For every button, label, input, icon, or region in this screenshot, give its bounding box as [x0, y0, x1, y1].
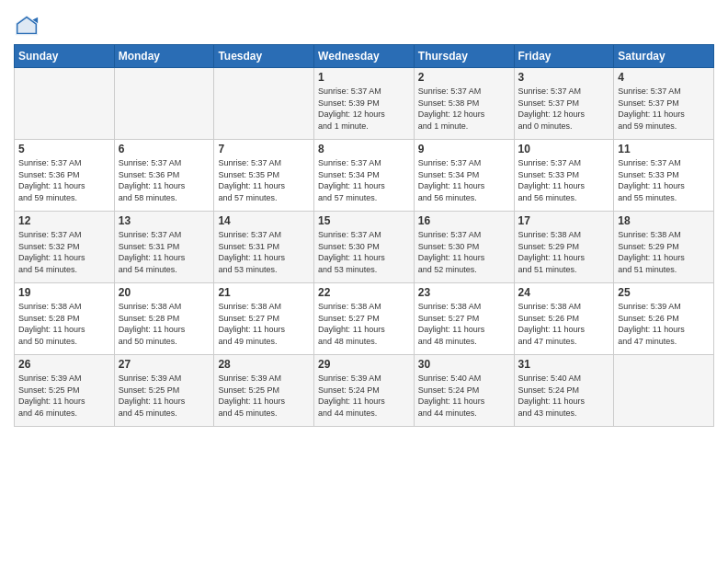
calendar-cell: 17Sunrise: 5:38 AM Sunset: 5:29 PM Dayli… [514, 212, 614, 283]
day-number: 8 [318, 143, 410, 155]
day-number: 23 [418, 286, 510, 299]
weekday-header-cell: Tuesday [214, 45, 314, 68]
calendar-cell: 12Sunrise: 5:37 AM Sunset: 5:32 PM Dayli… [15, 212, 115, 283]
calendar-cell: 13Sunrise: 5:37 AM Sunset: 5:31 PM Dayli… [114, 212, 214, 283]
calendar-table: SundayMondayTuesdayWednesdayThursdayFrid… [14, 44, 714, 427]
day-info: Sunrise: 5:38 AM Sunset: 5:27 PM Dayligh… [218, 301, 310, 347]
day-number: 12 [18, 214, 110, 227]
day-info: Sunrise: 5:38 AM Sunset: 5:27 PM Dayligh… [418, 301, 510, 347]
weekday-header-cell: Sunday [15, 45, 115, 68]
weekday-header-cell: Thursday [414, 45, 514, 68]
day-number: 28 [218, 358, 310, 371]
day-info: Sunrise: 5:37 AM Sunset: 5:38 PM Dayligh… [418, 86, 510, 132]
day-info: Sunrise: 5:39 AM Sunset: 5:25 PM Dayligh… [119, 373, 210, 419]
logo [14, 13, 43, 39]
day-info: Sunrise: 5:38 AM Sunset: 5:27 PM Dayligh… [318, 301, 410, 347]
day-info: Sunrise: 5:37 AM Sunset: 5:31 PM Dayligh… [218, 229, 310, 275]
day-number: 6 [119, 143, 210, 155]
day-number: 26 [18, 358, 110, 371]
calendar-cell: 18Sunrise: 5:38 AM Sunset: 5:29 PM Dayli… [614, 212, 714, 283]
calendar-cell: 27Sunrise: 5:39 AM Sunset: 5:25 PM Dayli… [114, 355, 214, 427]
day-info: Sunrise: 5:37 AM Sunset: 5:36 PM Dayligh… [18, 157, 110, 203]
calendar-cell [214, 68, 314, 140]
weekday-header-cell: Saturday [614, 45, 714, 68]
calendar-cell: 22Sunrise: 5:38 AM Sunset: 5:27 PM Dayli… [314, 283, 415, 355]
calendar-cell: 19Sunrise: 5:38 AM Sunset: 5:28 PM Dayli… [15, 283, 115, 355]
day-number: 14 [218, 214, 310, 227]
day-info: Sunrise: 5:37 AM Sunset: 5:32 PM Dayligh… [18, 229, 110, 275]
day-number: 15 [318, 214, 410, 227]
weekday-header-cell: Wednesday [314, 45, 415, 68]
day-number: 3 [518, 71, 610, 84]
day-info: Sunrise: 5:37 AM Sunset: 5:35 PM Dayligh… [218, 157, 310, 203]
day-info: Sunrise: 5:37 AM Sunset: 5:34 PM Dayligh… [318, 157, 410, 203]
calendar-week-row: 12Sunrise: 5:37 AM Sunset: 5:32 PM Dayli… [15, 212, 714, 283]
day-number: 7 [218, 143, 310, 155]
calendar-cell: 23Sunrise: 5:38 AM Sunset: 5:27 PM Dayli… [414, 283, 514, 355]
calendar-cell: 20Sunrise: 5:38 AM Sunset: 5:28 PM Dayli… [114, 283, 214, 355]
day-info: Sunrise: 5:38 AM Sunset: 5:29 PM Dayligh… [518, 229, 610, 275]
calendar-week-row: 19Sunrise: 5:38 AM Sunset: 5:28 PM Dayli… [15, 283, 714, 355]
calendar-cell: 4Sunrise: 5:37 AM Sunset: 5:37 PM Daylig… [614, 68, 714, 140]
day-info: Sunrise: 5:38 AM Sunset: 5:29 PM Dayligh… [618, 229, 710, 275]
day-info: Sunrise: 5:40 AM Sunset: 5:24 PM Dayligh… [418, 373, 510, 419]
day-info: Sunrise: 5:39 AM Sunset: 5:25 PM Dayligh… [18, 373, 110, 419]
day-number: 2 [418, 71, 510, 84]
day-number: 1 [318, 71, 410, 84]
day-number: 17 [518, 214, 610, 227]
weekday-header-cell: Friday [514, 45, 614, 68]
calendar-cell: 1Sunrise: 5:37 AM Sunset: 5:39 PM Daylig… [314, 68, 415, 140]
day-number: 16 [418, 214, 510, 227]
calendar-cell [114, 68, 214, 140]
calendar-cell: 30Sunrise: 5:40 AM Sunset: 5:24 PM Dayli… [414, 355, 514, 427]
day-info: Sunrise: 5:37 AM Sunset: 5:31 PM Dayligh… [119, 229, 210, 275]
calendar-cell: 16Sunrise: 5:37 AM Sunset: 5:30 PM Dayli… [414, 212, 514, 283]
calendar-cell: 21Sunrise: 5:38 AM Sunset: 5:27 PM Dayli… [214, 283, 314, 355]
calendar-cell: 11Sunrise: 5:37 AM Sunset: 5:33 PM Dayli… [614, 140, 714, 212]
calendar-cell: 10Sunrise: 5:37 AM Sunset: 5:33 PM Dayli… [514, 140, 614, 212]
day-number: 11 [618, 143, 710, 155]
day-number: 22 [318, 286, 410, 299]
calendar-cell: 26Sunrise: 5:39 AM Sunset: 5:25 PM Dayli… [15, 355, 115, 427]
day-number: 5 [18, 143, 110, 155]
day-info: Sunrise: 5:37 AM Sunset: 5:34 PM Dayligh… [418, 157, 510, 203]
page-container: SundayMondayTuesdayWednesdayThursdayFrid… [0, 0, 728, 436]
day-info: Sunrise: 5:37 AM Sunset: 5:39 PM Dayligh… [318, 86, 410, 132]
day-info: Sunrise: 5:37 AM Sunset: 5:36 PM Dayligh… [119, 157, 210, 203]
day-number: 30 [418, 358, 510, 371]
calendar-cell: 15Sunrise: 5:37 AM Sunset: 5:30 PM Dayli… [314, 212, 415, 283]
calendar-cell: 5Sunrise: 5:37 AM Sunset: 5:36 PM Daylig… [15, 140, 115, 212]
calendar-cell: 2Sunrise: 5:37 AM Sunset: 5:38 PM Daylig… [414, 68, 514, 140]
day-info: Sunrise: 5:37 AM Sunset: 5:33 PM Dayligh… [618, 157, 710, 203]
calendar-cell: 14Sunrise: 5:37 AM Sunset: 5:31 PM Dayli… [214, 212, 314, 283]
day-info: Sunrise: 5:40 AM Sunset: 5:24 PM Dayligh… [518, 373, 610, 419]
day-info: Sunrise: 5:39 AM Sunset: 5:25 PM Dayligh… [218, 373, 310, 419]
calendar-week-row: 26Sunrise: 5:39 AM Sunset: 5:25 PM Dayli… [15, 355, 714, 427]
day-info: Sunrise: 5:38 AM Sunset: 5:28 PM Dayligh… [119, 301, 210, 347]
day-number: 24 [518, 286, 610, 299]
calendar-cell: 28Sunrise: 5:39 AM Sunset: 5:25 PM Dayli… [214, 355, 314, 427]
calendar-cell: 8Sunrise: 5:37 AM Sunset: 5:34 PM Daylig… [314, 140, 415, 212]
calendar-week-row: 1Sunrise: 5:37 AM Sunset: 5:39 PM Daylig… [15, 68, 714, 140]
day-info: Sunrise: 5:37 AM Sunset: 5:37 PM Dayligh… [518, 86, 610, 132]
day-info: Sunrise: 5:39 AM Sunset: 5:26 PM Dayligh… [618, 301, 710, 347]
calendar-cell: 24Sunrise: 5:38 AM Sunset: 5:26 PM Dayli… [514, 283, 614, 355]
logo-icon [14, 13, 40, 39]
calendar-cell: 3Sunrise: 5:37 AM Sunset: 5:37 PM Daylig… [514, 68, 614, 140]
day-number: 19 [18, 286, 110, 299]
day-number: 25 [618, 286, 710, 299]
day-number: 20 [119, 286, 210, 299]
day-number: 27 [119, 358, 210, 371]
calendar-cell: 31Sunrise: 5:40 AM Sunset: 5:24 PM Dayli… [514, 355, 614, 427]
day-info: Sunrise: 5:38 AM Sunset: 5:28 PM Dayligh… [18, 301, 110, 347]
day-info: Sunrise: 5:37 AM Sunset: 5:30 PM Dayligh… [418, 229, 510, 275]
weekday-header-cell: Monday [114, 45, 214, 68]
header [14, 9, 714, 39]
day-info: Sunrise: 5:37 AM Sunset: 5:37 PM Dayligh… [618, 86, 710, 132]
day-number: 10 [518, 143, 610, 155]
calendar-cell: 9Sunrise: 5:37 AM Sunset: 5:34 PM Daylig… [414, 140, 514, 212]
calendar-cell [614, 355, 714, 427]
calendar-body: 1Sunrise: 5:37 AM Sunset: 5:39 PM Daylig… [15, 68, 714, 427]
day-info: Sunrise: 5:39 AM Sunset: 5:24 PM Dayligh… [318, 373, 410, 419]
svg-marker-0 [16, 16, 38, 35]
